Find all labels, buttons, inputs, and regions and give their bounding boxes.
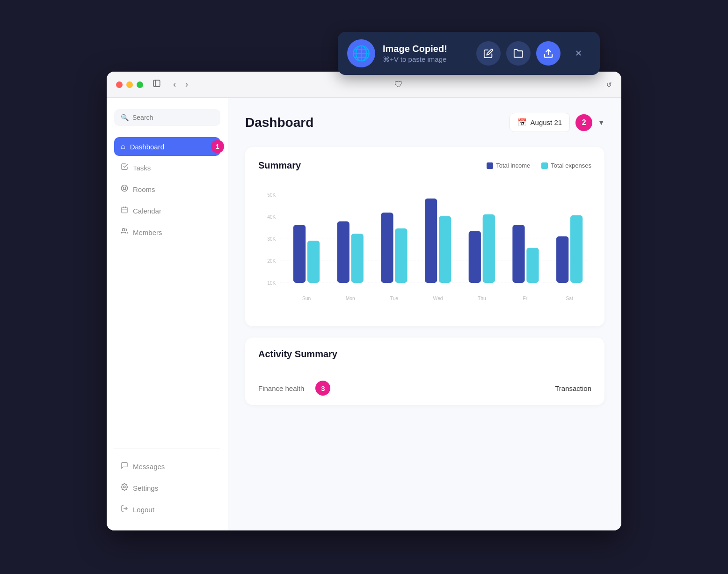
svg-rect-33 (395, 228, 407, 283)
search-icon: 🔍 (121, 114, 129, 121)
svg-text:30K: 30K (267, 236, 276, 242)
sidebar-item-members-label: Members (133, 228, 162, 236)
svg-rect-29 (337, 221, 349, 283)
sidebar-item-settings-label: Settings (133, 484, 158, 492)
toast-upload-button[interactable] (536, 41, 561, 66)
toast-subtitle: ⌘+V to paste image (383, 55, 469, 64)
svg-rect-36 (439, 216, 451, 283)
toast-edit-button[interactable] (476, 41, 501, 66)
svg-text:50K: 50K (267, 192, 276, 198)
back-button[interactable]: ‹ (170, 79, 179, 90)
svg-text:Wed: Wed (433, 296, 443, 301)
chart-legend: Total income Total expenses (487, 162, 591, 169)
sidebar-item-tasks-label: Tasks (133, 164, 151, 172)
svg-rect-46 (570, 215, 582, 283)
date-label: August 21 (531, 118, 562, 126)
nav-buttons: ‹ › (170, 79, 191, 90)
svg-point-13 (122, 228, 124, 231)
svg-marker-38 (442, 212, 447, 215)
dashboard-icon: ⌂ (121, 142, 125, 151)
sidebar-item-members[interactable]: Members (114, 222, 220, 242)
sidebar-item-logout-label: Logout (133, 506, 154, 514)
svg-text:Fri: Fri (523, 296, 528, 301)
sidebar-item-tasks[interactable]: Tasks (114, 158, 220, 177)
svg-line-8 (122, 189, 124, 191)
legend-expense-label: Total expenses (551, 162, 591, 169)
minimize-traffic-light[interactable] (126, 81, 133, 88)
browser-window: ‹ › 🛡 ↺ 🔍 ⌂ Dashboard 1 (107, 72, 621, 530)
fullscreen-traffic-light[interactable] (137, 81, 143, 88)
sidebar-item-dashboard-label: Dashboard (130, 143, 164, 151)
sidebar-item-rooms-label: Rooms (133, 185, 155, 193)
svg-text:Thu: Thu (478, 296, 486, 301)
sidebar-item-dashboard[interactable]: ⌂ Dashboard 1 (114, 137, 220, 156)
svg-text:40K: 40K (267, 214, 276, 220)
svg-line-7 (125, 186, 127, 187)
toast-notification: 🌐 Image Copied! ⌘+V to paste image ✕ (338, 32, 600, 75)
sidebar-item-calendar-label: Calendar (133, 207, 161, 215)
calendar-icon (121, 206, 128, 215)
svg-text:Mon: Mon (346, 296, 355, 301)
svg-rect-42 (512, 225, 524, 283)
activity-title: Activity Summary (258, 349, 337, 360)
refresh-icon: ↺ (606, 81, 612, 88)
sidebar-item-calendar[interactable]: Calendar (114, 201, 220, 221)
transaction-tab[interactable]: Transaction (555, 384, 591, 392)
activity-tabs: Finance health 3 Transaction (245, 371, 604, 405)
toast-text: Image Copied! ⌘+V to paste image (383, 44, 469, 64)
sidebar-item-messages[interactable]: Messages (114, 456, 220, 476)
close-traffic-light[interactable] (116, 81, 123, 88)
content-header: Dashboard 📅 August 21 2 ▼ (245, 113, 604, 132)
shield-icon: 🛡 (394, 80, 403, 89)
main-content: Dashboard 📅 August 21 2 ▼ Summary (228, 98, 621, 530)
toast-close-button[interactable]: ✕ (566, 41, 590, 66)
sidebar-item-rooms[interactable]: Rooms (114, 179, 220, 199)
svg-rect-26 (293, 225, 306, 283)
svg-line-6 (125, 189, 127, 191)
search-input[interactable] (132, 114, 214, 121)
svg-rect-32 (381, 213, 393, 283)
activity-section: Activity Summary Finance health 3 Transa… (245, 338, 604, 405)
finance-health-tab[interactable]: Finance health (258, 384, 304, 392)
notification-badge[interactable]: 2 (575, 114, 592, 131)
page-title: Dashboard (245, 115, 313, 130)
sidebar-item-settings[interactable]: Settings (114, 478, 220, 498)
settings-icon (121, 483, 128, 493)
toast-avatar: 🌐 (347, 39, 375, 67)
svg-rect-1 (153, 80, 160, 87)
svg-line-5 (122, 186, 124, 187)
svg-text:10K: 10K (267, 280, 276, 286)
toast-folder-button[interactable] (506, 41, 531, 66)
svg-rect-43 (526, 248, 539, 283)
tasks-icon (121, 163, 128, 172)
svg-rect-40 (483, 214, 495, 283)
nav-bottom: Messages Settings (114, 456, 220, 519)
toast-title: Image Copied! (383, 44, 469, 54)
summary-section: Summary Total income Total expenses (245, 147, 604, 326)
svg-rect-27 (307, 241, 320, 283)
calendar-icon: 📅 (517, 118, 527, 127)
forward-button[interactable]: › (182, 79, 191, 90)
sidebar-item-messages-label: Messages (133, 463, 165, 471)
chevron-down-icon[interactable]: ▼ (598, 119, 604, 126)
dashboard-badge: 1 (211, 140, 224, 153)
search-box[interactable]: 🔍 (114, 109, 220, 126)
app-layout: 🔍 ⌂ Dashboard 1 Tasks (107, 98, 621, 530)
nav-section: ⌂ Dashboard 1 Tasks (114, 137, 220, 441)
svg-rect-45 (556, 236, 568, 283)
traffic-lights (116, 81, 143, 88)
svg-rect-39 (469, 231, 481, 283)
activity-header: Activity Summary (245, 338, 604, 371)
svg-rect-35 (425, 199, 437, 283)
sidebar-toggle-button[interactable] (151, 77, 163, 92)
date-picker[interactable]: 📅 August 21 (510, 113, 570, 132)
income-dot (487, 162, 493, 169)
svg-rect-30 (351, 234, 364, 283)
svg-text:Tue: Tue (390, 296, 399, 301)
summary-header: Summary Total income Total expenses (258, 160, 591, 171)
svg-rect-9 (122, 207, 127, 213)
sidebar-item-logout[interactable]: Logout (114, 500, 220, 519)
sidebar: 🔍 ⌂ Dashboard 1 Tasks (107, 98, 228, 530)
toast-actions: ✕ (476, 41, 590, 66)
members-icon (121, 228, 128, 237)
